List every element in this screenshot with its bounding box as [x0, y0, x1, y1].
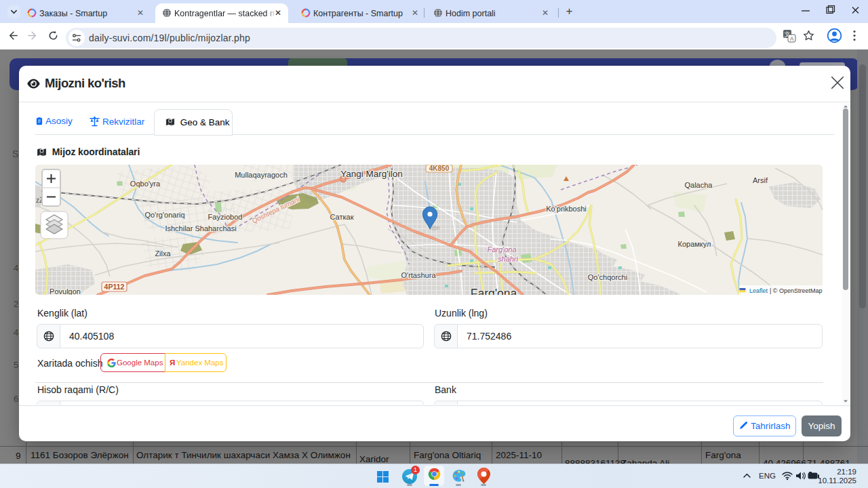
svg-text:shahri: shahri: [498, 255, 519, 263]
svg-text:Farg'ona: Farg'ona: [487, 245, 516, 253]
svg-text:Zilxa: Zilxa: [155, 249, 171, 258]
svg-text:| © OpenStreetMap: | © OpenStreetMap: [770, 287, 823, 294]
svg-text:Yangi Marg'ilon: Yangi Marg'ilon: [340, 169, 403, 179]
svg-text:O'rtashura: O'rtashura: [401, 271, 436, 279]
svg-text:Oqbo'yra: Oqbo'yra: [130, 180, 161, 188]
svg-text:A: A: [790, 35, 794, 42]
svg-text:Ko'prikboshi: Ko'prikboshi: [546, 205, 587, 213]
svg-text:Leaflet: Leaflet: [749, 287, 768, 294]
svg-text:4K850: 4K850: [429, 165, 450, 172]
svg-text:Qo'rg'onariq: Qo'rg'onariq: [144, 211, 184, 219]
svg-text:Arsif: Arsif: [753, 176, 768, 184]
svg-text:4P112: 4P112: [104, 283, 125, 291]
svg-text:Корамкул: Корамкул: [678, 240, 711, 248]
svg-text:Ishchilar Shaharchasi: Ishchilar Shaharchasi: [165, 224, 236, 232]
svg-text:Саткак: Саткак: [330, 213, 354, 221]
svg-text:Mullaqayragoch: Mullaqayragoch: [235, 171, 288, 179]
svg-text:Farg'ona: Farg'ona: [471, 287, 517, 295]
svg-text:Fayziobod: Fayziobod: [208, 213, 243, 221]
svg-text:Povulgon: Povulgon: [50, 287, 81, 295]
svg-text:Qo'chqorchi: Qo'chqorchi: [588, 273, 627, 281]
svg-text:Qalacha: Qalacha: [685, 181, 713, 189]
